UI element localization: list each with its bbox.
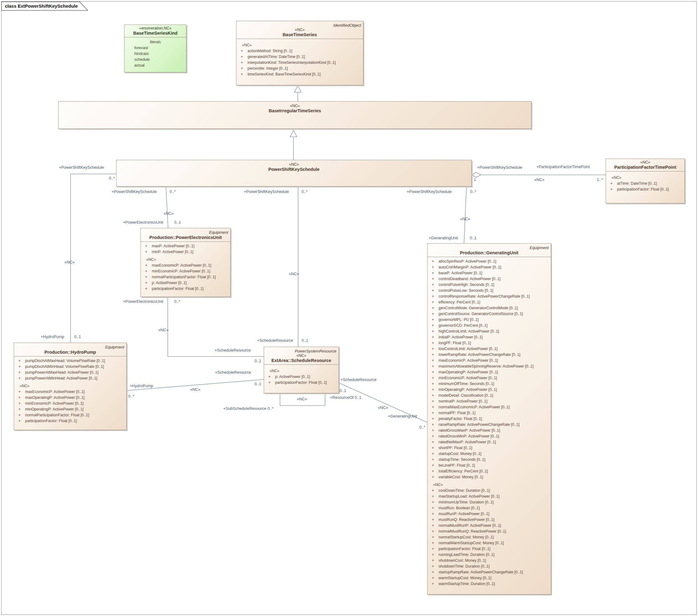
class-box-scheduleresource[interactable]: PowerSystemResource «NC» ExtArea::Schedu… xyxy=(264,347,339,393)
attribute-row: +p: ActivePower [0..1] xyxy=(142,280,229,286)
attribute-row: «NC» xyxy=(429,482,549,488)
visibility-marker: + xyxy=(429,445,438,451)
attribute-row: +warmStartupTime: Duration [0..1] xyxy=(429,581,549,587)
visibility-marker: + xyxy=(429,575,438,581)
attribute-row: +ratedGrossMaxP: ActivePower [0..1] xyxy=(429,428,549,434)
visibility-marker: + xyxy=(15,407,25,412)
visibility-marker: + xyxy=(429,293,438,299)
visibility-marker: + xyxy=(429,364,438,369)
association-psks-powerelectronicsunit xyxy=(166,187,168,228)
class-box-basetimeserieskind[interactable]: «enumeration,NC» BaseTimeSeriesKind lite… xyxy=(124,25,186,72)
attribute-row: +maxOperatingP: ActivePower [0..1] xyxy=(429,369,549,375)
visibility-marker: + xyxy=(265,374,275,380)
attribute-row: +shortPF: Float [0..1] xyxy=(429,445,549,451)
visibility-marker: + xyxy=(429,340,438,346)
class-header: «NC» PowerShiftKeySchedule xyxy=(116,160,471,173)
multiplicity-label: 0..1 xyxy=(74,334,81,339)
diagram-title: class ExtPowerShiftKeySchedule xyxy=(5,3,78,9)
visibility-marker: + xyxy=(429,468,438,474)
generalization-arrow-baseirregular xyxy=(290,130,297,137)
class-header: Equipment Production::HydroPump xyxy=(14,343,126,356)
class-box-generatingunit[interactable]: Equipment Production::GeneratingUnit +al… xyxy=(427,243,551,594)
attribute-row: +genControlSource: GeneratorControlSourc… xyxy=(429,311,549,317)
class-attributes: literals forecasthindcastscheduleactual xyxy=(125,37,186,70)
visibility-marker: + xyxy=(429,270,438,276)
visibility-marker: + xyxy=(429,299,438,305)
visibility-marker: + xyxy=(429,494,438,499)
class-box-baseirregulartimeseries[interactable]: «NC» BaseIrregularTimeSeries xyxy=(58,101,531,129)
attribute-row: +lowControlLimit: ActivePower [0..1] xyxy=(429,346,549,352)
attribute-row: «NC» xyxy=(238,42,362,48)
attribute-row: +participationFactor: Float [0..1] xyxy=(607,187,683,192)
attribute-row: +p: ActivePower [0..1] xyxy=(265,374,337,380)
multiplicity-label: 0..* xyxy=(174,299,180,304)
class-attributes: «NC»+actionMethod: String [0..1]+generat… xyxy=(236,39,363,79)
role-label: +PowerShiftKeySchedule xyxy=(407,189,452,194)
visibility-marker: + xyxy=(15,364,25,370)
multiplicity-label: 0..1 xyxy=(174,220,181,224)
class-attributes: «NC»+p: ActivePower [0..1]+participation… xyxy=(264,365,338,387)
class-box-powershiftkeyschedule[interactable]: «NC» PowerShiftKeySchedule xyxy=(116,160,472,187)
visibility-marker: + xyxy=(238,71,248,77)
role-label: +HydroPump xyxy=(130,383,153,388)
class-box-hydropump[interactable]: Equipment Production::HydroPump +pumpDis… xyxy=(14,343,127,430)
visibility-marker: + xyxy=(429,334,438,340)
attribute-row: +genControlMode: GeneratorControlMode [0… xyxy=(429,305,549,311)
multiplicity-label: 0..* xyxy=(128,394,134,398)
attribute-row: +startupRampRate: ActivePowerChangeRate … xyxy=(429,570,549,575)
visibility-marker: + xyxy=(429,404,438,410)
class-box-participationfactortimepoint[interactable]: «NC» ParticipationFactorTimePoint «NC»+a… xyxy=(606,159,685,203)
visibility-marker: + xyxy=(429,398,438,404)
attribute-row: +longPF: Float [0..1] xyxy=(429,340,549,346)
attribute-row: +pumpDischAtMinHead: VolumeFlowRate [0..… xyxy=(15,364,125,370)
visibility-marker: + xyxy=(429,439,438,445)
class-attributes: «NC»+atTime: DateTime [0..1]+participati… xyxy=(606,171,684,194)
attribute-row: «NC» xyxy=(265,368,337,374)
attribute-row: +variableCost: Money [0..1] xyxy=(429,474,549,480)
class-box-basetimeseries[interactable]: IdentifiedObject «NC» BaseTimeSeries «NC… xyxy=(236,21,363,85)
attribute-row: +mustRun: Boolean [0..1] xyxy=(429,505,549,511)
visibility-marker: + xyxy=(429,511,438,517)
multiplicity-label: 0..1 xyxy=(254,382,261,386)
association-powerelectronicsunit-scheduleresource xyxy=(168,297,264,356)
literals-label: literals xyxy=(126,39,185,45)
attribute-row: +maxEconomicP: ActivePower [0..1] xyxy=(142,263,229,269)
attribute-row: +minOperatingP: ActivePower [0..1] xyxy=(15,407,125,412)
multiplicity-label: 0..* xyxy=(302,189,308,194)
role-label: +ResourceOf 0..1 xyxy=(330,395,361,400)
attribute-row: +runningLeadTime: Duration [0..1] xyxy=(429,552,549,558)
class-stereotype: «NC» xyxy=(606,160,684,164)
attribute-row: +pumpPowerAtMaxHead: ActivePower [0..1] xyxy=(15,370,125,375)
visibility-marker: + xyxy=(429,393,438,398)
class-box-powerelectronicsunit[interactable]: Equipment Production::PowerElectronicsUn… xyxy=(140,228,231,297)
visibility-marker: + xyxy=(15,418,25,424)
attribute-row: +minOperatingP: ActivePower [0..1] xyxy=(429,387,549,393)
visibility-marker: + xyxy=(429,369,438,375)
attribute-row: «NC» xyxy=(607,175,683,181)
attribute-row: +mustRunQ: ReactivePower [0..1] xyxy=(429,517,549,523)
visibility-marker: + xyxy=(429,416,438,422)
visibility-marker: + xyxy=(15,370,25,375)
attribute-row: +modelDetail: Classification [0..1] xyxy=(429,393,549,398)
visibility-marker: + xyxy=(142,249,152,255)
role-label: +ParticipationFactorTimePoint xyxy=(536,164,590,169)
attribute-row: +autoCntrlMarginP: ActivePower [0..1] xyxy=(429,264,549,270)
attribute-row: +highControlLimit: ActivePower [0..1] xyxy=(429,329,549,334)
visibility-marker: + xyxy=(429,387,438,393)
stereotype-label: «NC» xyxy=(460,217,470,221)
multiplicity-label: 0..* xyxy=(170,189,176,194)
visibility-marker: + xyxy=(429,540,438,546)
visibility-marker: + xyxy=(429,552,438,558)
attribute-row: +initialP: ActivePower [0..1] xyxy=(429,334,549,340)
attribute-row: +coolDownTime: Duration [0..1] xyxy=(429,488,549,494)
visibility-marker: + xyxy=(15,375,25,381)
attribute-row: +allocSpinResP: ActivePower [0..1] xyxy=(429,259,549,264)
role-label: +PowerElectronicsUnit xyxy=(123,220,163,224)
generalization-arrow-basetimeseries xyxy=(294,86,301,92)
attribute-row: +controlResponseRate: ActivePowerChangeR… xyxy=(429,293,549,299)
attribute-row: +maxStartupLoad: ActivePower [0..1] xyxy=(429,494,549,499)
attribute-row: +maxP: ActivePower [0..1] xyxy=(142,243,229,249)
visibility-marker: + xyxy=(142,269,152,274)
attribute-row: +raiseRampRate: ActivePowerChangeRate [0… xyxy=(429,422,549,428)
visibility-marker: + xyxy=(429,282,438,288)
